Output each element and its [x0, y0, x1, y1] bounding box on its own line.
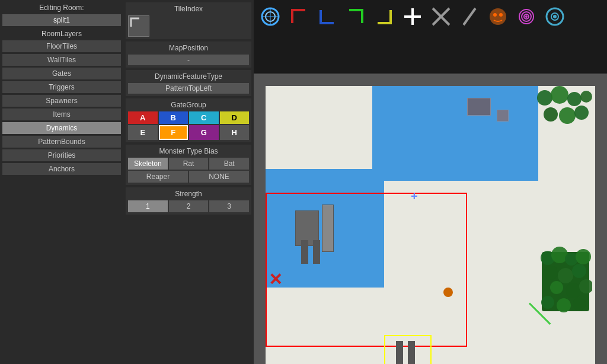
layer-btn-spawners[interactable]: Spawners	[2, 95, 121, 107]
mid-panel: TileIndex MapPosition DynamicFeatureType…	[123, 0, 254, 364]
dynamic-feature-input[interactable]	[128, 83, 249, 94]
room-layers-label: RoomLayers	[2, 28, 121, 39]
monster-btn-skeleton[interactable]: Skeleton	[128, 158, 168, 170]
layer-btn-wall-tiles[interactable]: WallTiles	[2, 54, 121, 66]
svg-point-10	[493, 13, 497, 17]
tile-index-section: TileIndex	[126, 2, 251, 39]
svg-point-27	[566, 283, 581, 298]
monster-bias-label: Monster Type Bias	[128, 147, 249, 155]
gate-btn-e[interactable]: E	[128, 125, 158, 140]
editing-room-label: Editing Room:	[2, 2, 121, 13]
gear-circle-icon[interactable]	[542, 4, 568, 30]
gate-btn-h[interactable]: H	[220, 125, 250, 140]
right-panel: + ✕	[254, 0, 607, 364]
svg-point-9	[490, 8, 506, 25]
player-sprite	[443, 288, 453, 297]
monster-type-grid: Skeleton Rat Bat	[128, 158, 249, 170]
strength-btn-3[interactable]: 3	[209, 200, 249, 212]
svg-point-30	[557, 298, 571, 312]
monster-btn-bat[interactable]: Bat	[209, 158, 249, 170]
svg-point-33	[551, 86, 568, 104]
svg-point-29	[541, 296, 554, 309]
map-position-label: MapPosition	[128, 44, 249, 52]
svg-point-36	[544, 107, 558, 122]
cursor-plus: +	[411, 190, 418, 203]
svg-line-8	[464, 8, 475, 25]
gate-btn-d[interactable]: D	[220, 111, 250, 124]
face-icon[interactable]	[485, 4, 511, 30]
svg-point-37	[559, 107, 576, 124]
pillar-1	[301, 240, 308, 264]
gate-btn-b[interactable]: B	[159, 111, 189, 124]
monster-type-grid-2: Reaper NONE	[128, 171, 249, 183]
svg-point-18	[553, 15, 557, 18]
dynamic-feature-label: DynamicFeatureType	[128, 72, 249, 81]
green-corner-icon[interactable]	[343, 4, 369, 30]
corner-tile-icon	[130, 17, 140, 28]
dynamic-feature-section: DynamicFeatureType	[126, 70, 251, 96]
svg-point-25	[572, 264, 586, 278]
strength-label: Strength	[128, 190, 249, 198]
left-panel: Editing Room: split1 RoomLayers FloorTil…	[0, 0, 123, 364]
pillar-4	[408, 341, 415, 364]
svg-point-23	[544, 266, 558, 280]
spiral-icon[interactable]	[513, 4, 539, 30]
trees-right-overlay	[539, 246, 592, 317]
svg-point-28	[579, 279, 592, 293]
svg-point-38	[574, 106, 589, 120]
stone-block-2	[497, 110, 509, 122]
room-name: split1	[2, 14, 121, 26]
svg-point-32	[537, 90, 552, 106]
trees-top-right	[533, 86, 592, 133]
slash-gray-icon[interactable]	[456, 4, 483, 30]
stone-border-top	[254, 74, 607, 86]
layer-btn-priorities[interactable]: Priorities	[2, 149, 121, 161]
strength-btn-1[interactable]: 1	[128, 200, 168, 212]
monster-bias-section: Monster Type Bias Skeleton Rat Bat Reape…	[126, 145, 251, 185]
svg-point-22	[576, 249, 591, 264]
stone-border-left	[254, 74, 266, 364]
x-gray-icon[interactable]	[428, 4, 454, 30]
layer-btn-triggers[interactable]: Triggers	[2, 81, 121, 93]
layer-btn-pattern-bounds[interactable]: PatternBounds	[2, 136, 121, 148]
svg-point-26	[550, 281, 563, 294]
monster-btn-rat[interactable]: Rat	[169, 158, 209, 170]
pillar-3	[396, 341, 403, 364]
gate-btn-a[interactable]: A	[128, 111, 158, 124]
svg-point-15	[525, 15, 528, 18]
red-selection-border	[266, 193, 467, 347]
blue-corner-icon[interactable]	[314, 4, 340, 30]
gate-btn-c[interactable]: C	[189, 111, 219, 124]
gate-group-label: GateGroup	[128, 101, 249, 109]
stone-border-right	[595, 74, 607, 364]
plus-white-icon[interactable]	[400, 4, 426, 30]
svg-point-11	[499, 13, 503, 17]
red-corner-icon[interactable]	[286, 4, 312, 30]
layer-btn-floor-tiles[interactable]: FloorTiles	[2, 40, 121, 52]
strength-grid: 1 2 3	[128, 200, 249, 212]
layer-btn-dynamics[interactable]: Dynamics	[2, 122, 121, 134]
gate-btn-f[interactable]: F	[159, 125, 189, 140]
strength-section: Strength 1 2 3	[126, 187, 251, 215]
svg-point-35	[580, 91, 592, 103]
yellow-corner-icon[interactable]	[371, 4, 397, 30]
map-position-section: MapPosition	[126, 41, 251, 68]
pillar-2	[313, 240, 320, 264]
map-area[interactable]: + ✕	[254, 74, 607, 364]
svg-point-31	[573, 298, 586, 311]
layer-btn-anchors[interactable]: Anchors	[2, 163, 121, 175]
map-position-input[interactable]	[128, 55, 249, 65]
layer-btn-gates[interactable]: Gates	[2, 68, 121, 79]
stone-block-1	[467, 98, 491, 116]
strength-btn-2[interactable]: 2	[169, 200, 209, 212]
ring-icon[interactable]	[257, 4, 283, 30]
gate-group-section: GateGroup A B C D E F G H	[126, 98, 251, 142]
svg-point-24	[558, 268, 573, 283]
tile-palette[interactable]	[254, 0, 607, 74]
monster-btn-reaper[interactable]: Reaper	[128, 171, 188, 183]
gate-btn-g[interactable]: G	[189, 125, 219, 140]
gate-group-grid: A B C D E F G H	[128, 111, 249, 140]
layer-btn-items[interactable]: Items	[2, 108, 121, 120]
tile-preview	[128, 15, 149, 37]
monster-btn-none[interactable]: NONE	[189, 171, 249, 183]
